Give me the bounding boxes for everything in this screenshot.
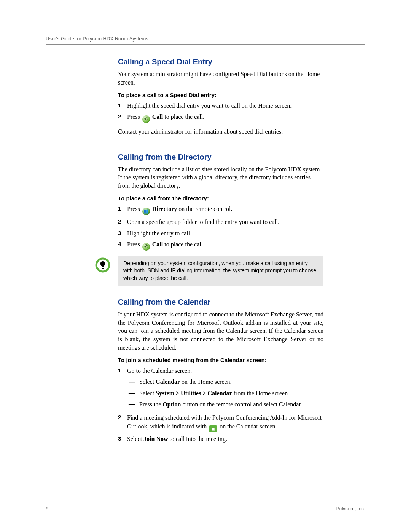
bold-fragment: Option — [162, 401, 181, 407]
header-rule — [46, 44, 365, 45]
bold-fragment: Join Now — [143, 436, 168, 442]
dash-list: — Select Calendar on the Home screen. — … — [127, 377, 323, 409]
list-item: 2 Open a specific group folder to find t… — [118, 217, 323, 226]
step-text: Go to the Calendar screen. — Select Cale… — [127, 366, 323, 411]
list-item: 2 Press ✆ Call to place the call. — [118, 112, 323, 123]
directory-subheading: To place a call from the directory: — [118, 195, 323, 201]
dash-text: Select Calendar on the Home screen. — [139, 377, 232, 386]
tip-icon — [95, 257, 110, 273]
page-footer: 6 Polycom, Inc. — [46, 506, 365, 511]
step-text: Select Join Now to call into the meeting… — [127, 435, 323, 443]
dash-item: — Select System > Utilities > Calendar f… — [127, 389, 323, 398]
text-fragment: on the remote control. — [178, 206, 232, 212]
list-item: 3 Highlight the entry to call. — [118, 229, 323, 238]
page-number: 6 — [46, 506, 48, 511]
text-fragment: Press the — [139, 401, 162, 407]
bold-fragment: Call — [152, 241, 163, 248]
list-item: 1 Go to the Calendar screen. — Select Ca… — [118, 366, 323, 411]
heading-calendar: Calling from the Calendar — [118, 298, 323, 307]
text-fragment: on the Calendar screen. — [220, 423, 277, 430]
step-number: 4 — [118, 240, 127, 248]
calendar-intro: If your HDX system is configured to conn… — [118, 310, 323, 351]
note-icon-cell — [95, 256, 118, 273]
dash-item: — Press the Option button on the remote … — [127, 400, 323, 409]
dash-marker: — — [127, 389, 139, 398]
text-fragment: Go to the Calendar screen. — [127, 367, 192, 374]
page-content: Calling a Speed Dial Entry Your system a… — [118, 58, 323, 443]
calendar-steps: 1 Go to the Calendar screen. — Select Ca… — [118, 366, 323, 443]
document-page: User's Guide for Polycom HDX Room System… — [0, 0, 411, 532]
dash-text: Press the Option button on the remote co… — [139, 400, 302, 409]
bold-fragment: Call — [152, 113, 163, 120]
note-text: Depending on your system configuration, … — [118, 256, 323, 287]
list-item: 1 Press 👥 Directory on the remote contro… — [118, 204, 323, 215]
step-text: Press 👥 Directory on the remote control. — [127, 204, 323, 215]
list-item: 1 Highlight the speed dial entry you wan… — [118, 101, 323, 110]
step-number: 2 — [118, 413, 127, 422]
text-fragment: Select — [139, 379, 156, 385]
text-fragment: Select — [127, 436, 143, 442]
bold-fragment: Directory — [152, 206, 177, 212]
step-number: 1 — [118, 204, 127, 213]
bold-fragment: System > Utilities > Calendar — [156, 390, 232, 396]
text-fragment: Press — [127, 241, 142, 248]
list-item: 3 Select Join Now to call into the meeti… — [118, 435, 323, 443]
text-fragment: button on the remote control and select … — [181, 401, 302, 407]
text-fragment: to place the call. — [164, 113, 204, 120]
step-number: 3 — [118, 229, 127, 237]
speed-dial-steps: 1 Highlight the speed dial entry you wan… — [118, 101, 323, 123]
heading-speed-dial: Calling a Speed Dial Entry — [118, 58, 323, 66]
heading-directory: Calling from the Directory — [118, 153, 323, 161]
text-fragment: Press — [127, 206, 142, 212]
directory-intro: The directory can include a list of site… — [118, 165, 323, 190]
list-item: 2 Find a meeting scheduled with the Poly… — [118, 413, 323, 432]
step-text: Highlight the entry to call. — [127, 229, 323, 238]
text-fragment: Press — [127, 113, 142, 120]
call-icon: ✆ — [142, 115, 150, 123]
speed-dial-intro: Your system administrator might have con… — [118, 70, 323, 86]
note-callout: Depending on your system configuration, … — [95, 256, 323, 287]
step-number: 3 — [118, 435, 127, 443]
step-text: Press ✆ Call to place the call. — [127, 112, 323, 123]
step-text: Press ✆ Call to place the call. — [127, 240, 323, 251]
running-header: User's Guide for Polycom HDX Room System… — [46, 36, 365, 42]
text-fragment: from the Home screen. — [232, 390, 290, 396]
step-number: 1 — [118, 101, 127, 110]
step-text: Find a meeting scheduled with the Polyco… — [127, 413, 323, 432]
footer-company: Polycom, Inc. — [336, 506, 365, 511]
call-icon: ✆ — [142, 243, 150, 251]
text-fragment: on the Home screen. — [180, 379, 232, 385]
dash-marker: — — [127, 377, 139, 386]
dash-marker: — — [127, 400, 139, 409]
step-number: 1 — [118, 366, 127, 375]
meeting-icon: ▣ — [209, 425, 217, 432]
text-fragment: to place the call. — [164, 241, 204, 248]
speed-dial-subheading: To place a call to a Speed Dial entry: — [118, 92, 323, 98]
list-item: 4 Press ✆ Call to place the call. — [118, 240, 323, 251]
dash-text: Select System > Utilities > Calendar fro… — [139, 389, 289, 398]
step-text: Highlight the speed dial entry you want … — [127, 101, 323, 110]
text-fragment: Select — [139, 390, 156, 396]
bold-fragment: Calendar — [156, 379, 180, 385]
text-fragment: to call into the meeting. — [168, 436, 228, 442]
dash-item: — Select Calendar on the Home screen. — [127, 377, 323, 386]
directory-icon: 👥 — [142, 208, 150, 215]
step-number: 2 — [118, 112, 127, 121]
speed-dial-after: Contact your administrator for informati… — [118, 128, 323, 136]
step-number: 2 — [118, 217, 127, 226]
calendar-subheading: To join a scheduled meeting from the Cal… — [118, 357, 323, 363]
step-text: Open a specific group folder to find the… — [127, 217, 323, 226]
directory-steps: 1 Press 👥 Directory on the remote contro… — [118, 204, 323, 250]
svg-rect-1 — [102, 268, 104, 269]
